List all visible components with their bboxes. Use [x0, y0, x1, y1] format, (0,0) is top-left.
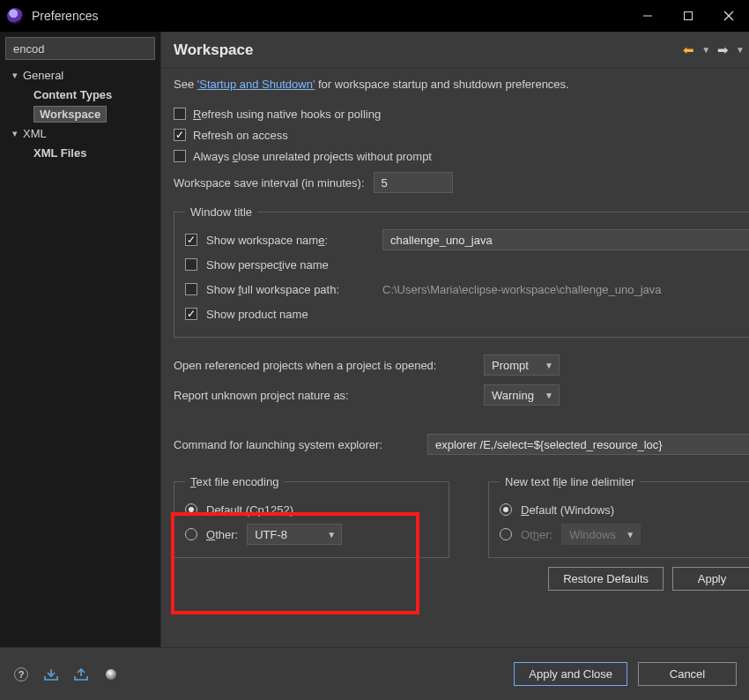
save-interval-row: Workspace save interval (in minutes): — [174, 172, 749, 193]
refresh-access-checkbox[interactable] — [174, 129, 186, 141]
header-nav: ⬅ ▼ ➡ ▼ ⋯ — [683, 42, 749, 58]
encoding-default-label: Default (Cp1252) — [206, 503, 293, 517]
encoding-default-radio[interactable] — [185, 503, 197, 516]
refresh-native-checkbox[interactable] — [174, 108, 186, 120]
nav-back-icon[interactable]: ⬅ — [683, 42, 694, 58]
chevron-down-icon: ▾ — [9, 128, 21, 139]
encoding-other-select[interactable]: UTF-8 ▼ — [247, 524, 342, 545]
open-referenced-value: Prompt — [492, 359, 529, 372]
delimiter-default-label: Default (Windows) — [521, 503, 614, 517]
help-icon: ? — [14, 667, 28, 681]
app-icon — [7, 8, 23, 24]
tree-node-content-types[interactable]: Content Types — [5, 85, 160, 104]
filter-input-wrap[interactable]: ✕ — [5, 37, 155, 60]
tree-node-label: XML Files — [33, 146, 86, 160]
chevron-down-icon: ▼ — [626, 530, 634, 540]
titlebar: Preferences — [0, 0, 749, 32]
text-encoding-group: Text file encoding Default (Cp1252) Othe… — [174, 475, 449, 558]
dialog-footer: ? Apply and Close Cancel — [0, 647, 749, 700]
intro-suffix: for workspace startup and shutdown prefe… — [315, 78, 568, 91]
maximize-button[interactable] — [668, 0, 708, 32]
tree-node-general[interactable]: ▾ General — [5, 65, 160, 85]
open-referenced-label: Open referenced projects when a project … — [174, 359, 475, 372]
help-button[interactable]: ? — [12, 666, 30, 683]
filter-input[interactable] — [11, 41, 163, 56]
window-title: Preferences — [32, 9, 627, 23]
save-interval-label: Workspace save interval (in minutes): — [174, 176, 365, 190]
line-delimiter-group: New text file line delimiter Default (Wi… — [488, 475, 749, 558]
nav-forward-menu-icon[interactable]: ▼ — [736, 45, 745, 55]
delimiter-other-select: Windows ▼ — [561, 524, 641, 545]
page-title: Workspace — [174, 41, 683, 59]
intro-prefix: See — [174, 78, 197, 91]
chevron-down-icon: ▼ — [545, 391, 553, 400]
encoding-other-radio[interactable] — [185, 528, 197, 540]
delimiter-other-radio[interactable] — [500, 528, 512, 540]
apply-and-close-button[interactable]: Apply and Close — [514, 662, 627, 686]
tree-node-label: Workspace — [33, 106, 107, 123]
show-product-checkbox[interactable] — [185, 308, 197, 320]
content-pane: Workspace ⬅ ▼ ➡ ▼ ⋯ See 'Startup and Shu… — [161, 32, 749, 647]
window-title-legend: Window title — [185, 205, 257, 219]
tree-node-xml-files[interactable]: XML Files — [5, 143, 160, 162]
preferences-tree: ▾ General Content Types Workspace ▾ XML … — [5, 65, 160, 162]
minimize-button[interactable] — [627, 0, 668, 32]
export-icon — [73, 668, 89, 681]
tree-node-label: Content Types — [33, 88, 112, 101]
show-full-path-label: Show full workspace path: — [206, 283, 374, 296]
open-referenced-select[interactable]: Prompt ▼ — [484, 354, 560, 376]
nav-forward-icon[interactable]: ➡ — [717, 42, 729, 58]
workspace-name-input[interactable] — [382, 229, 749, 250]
chevron-down-icon: ▼ — [327, 530, 336, 540]
show-workspace-name-label: Show workspace name: — [206, 234, 374, 247]
intro-text: See 'Startup and Shutdown' for workspace… — [174, 78, 749, 91]
report-unknown-label: Report unknown project nature as: — [174, 389, 475, 402]
chevron-down-icon: ▾ — [9, 70, 21, 81]
oomph-button[interactable] — [102, 666, 120, 683]
sidebar: ✕ ▾ General Content Types Workspace ▾ XM… — [0, 32, 161, 647]
open-referenced-row: Open referenced projects when a project … — [174, 350, 749, 380]
import-prefs-button[interactable] — [42, 666, 60, 683]
report-unknown-value: Warning — [492, 389, 534, 402]
tree-node-xml[interactable]: ▾ XML — [5, 123, 160, 143]
report-unknown-select[interactable]: Warning ▼ — [484, 384, 560, 406]
show-workspace-name-checkbox[interactable] — [185, 234, 197, 246]
save-interval-input[interactable] — [374, 172, 453, 193]
cancel-button[interactable]: Cancel — [638, 662, 737, 686]
encoding-other-value: UTF-8 — [255, 528, 287, 541]
delimiter-default-radio[interactable] — [500, 503, 512, 516]
show-full-path-checkbox[interactable] — [185, 283, 197, 295]
refresh-access-label: Refresh on access — [193, 129, 288, 142]
explorer-cmd-label: Command for launching system explorer: — [174, 438, 419, 451]
close-button[interactable] — [708, 0, 749, 32]
content-header: Workspace ⬅ ▼ ➡ ▼ ⋯ — [161, 32, 749, 69]
close-unrelated-checkbox[interactable] — [174, 150, 186, 162]
refresh-native-row: Refresh using native hooks or polling — [174, 103, 749, 124]
tree-node-workspace[interactable]: Workspace — [5, 104, 160, 123]
show-perspective-checkbox[interactable] — [185, 258, 197, 271]
explorer-cmd-input[interactable] — [427, 434, 749, 455]
tree-node-label: XML — [21, 127, 47, 140]
svg-rect-1 — [685, 12, 693, 20]
close-unrelated-row: Always close unrelated projects without … — [174, 145, 749, 167]
apply-button[interactable]: Apply — [672, 567, 749, 591]
window-title-group: Window title Show workspace name: Show p… — [174, 205, 749, 338]
report-unknown-row: Report unknown project nature as: Warnin… — [174, 380, 749, 410]
text-encoding-legend: Text file encoding — [185, 475, 284, 488]
circle-icon — [106, 669, 116, 680]
nav-back-menu-icon[interactable]: ▼ — [701, 45, 710, 55]
refresh-access-row: Refresh on access — [174, 124, 749, 145]
delimiter-other-value: Windows — [569, 528, 616, 541]
line-delimiter-legend: New text file line delimiter — [500, 475, 640, 488]
close-unrelated-label: Always close unrelated projects without … — [193, 150, 432, 163]
show-product-label: Show product name — [206, 308, 308, 321]
refresh-native-label: Refresh using native hooks or polling — [193, 108, 381, 121]
full-path-text: C:\Users\Maria\eclipse-workspace\challen… — [382, 283, 662, 296]
encoding-other-label: Other: — [206, 528, 238, 541]
restore-defaults-button[interactable]: Restore Defaults — [548, 567, 664, 591]
startup-shutdown-link[interactable]: 'Startup and Shutdown' — [197, 78, 315, 91]
export-prefs-button[interactable] — [72, 666, 90, 683]
chevron-down-icon: ▼ — [545, 361, 553, 370]
import-icon — [43, 668, 59, 681]
tree-node-label: General — [21, 69, 63, 82]
